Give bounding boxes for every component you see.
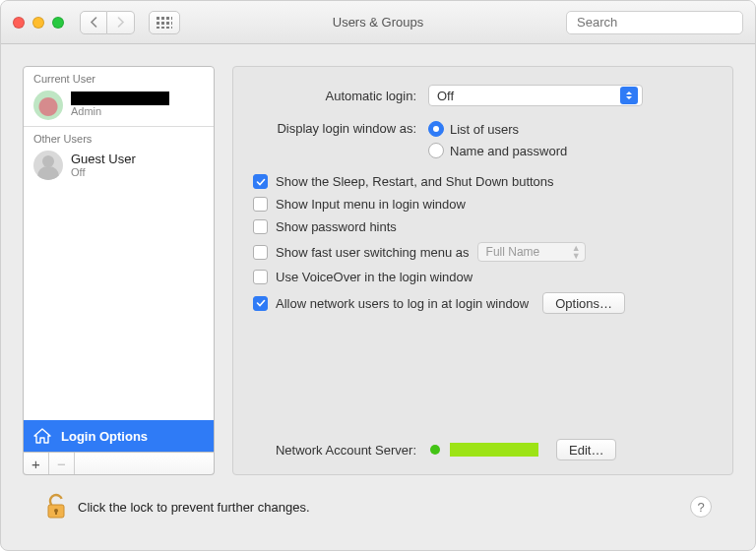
- checkbox-icon: [253, 245, 268, 260]
- login-options-label: Login Options: [61, 429, 148, 444]
- display-login-label: Display login window as:: [253, 120, 420, 136]
- forward-button[interactable]: [107, 11, 135, 34]
- chevron-updown-icon: [620, 87, 638, 104]
- check-voiceover[interactable]: Use VoiceOver in the login window: [253, 270, 713, 284]
- radio-list-of-users[interactable]: List of users: [428, 121, 567, 137]
- window-controls: [13, 17, 64, 29]
- add-user-button[interactable]: +: [24, 453, 49, 474]
- radio-icon: [428, 121, 444, 137]
- add-remove-bar: + −: [23, 453, 215, 475]
- lock-icon[interactable]: [44, 493, 68, 520]
- svg-rect-1: [161, 17, 164, 20]
- edit-button[interactable]: Edit…: [556, 439, 616, 460]
- users-sidebar: Current User Admin Other Users Guest U: [23, 66, 215, 475]
- svg-rect-11: [171, 27, 172, 29]
- current-user-row[interactable]: Admin: [24, 87, 214, 126]
- checkbox-icon: [253, 219, 268, 234]
- house-icon: [33, 428, 51, 444]
- options-button[interactable]: Options…: [542, 292, 625, 314]
- automatic-login-value: Off: [437, 89, 454, 103]
- check-fast-user-switching[interactable]: Show fast user switching menu as Full Na…: [253, 242, 713, 262]
- check-voiceover-label: Use VoiceOver in the login window: [276, 270, 472, 284]
- other-users-section-label: Other Users: [24, 127, 214, 147]
- check-password-hints[interactable]: Show password hints: [253, 219, 713, 234]
- minimize-window-button[interactable]: [32, 17, 44, 29]
- checkbox-icon: [253, 174, 268, 189]
- show-all-button[interactable]: [149, 11, 180, 34]
- checkbox-icon: [253, 270, 268, 284]
- checkbox-icon: [253, 296, 268, 311]
- check-network-users-label: Allow network users to log in at login w…: [276, 296, 529, 311]
- guest-user-name: Guest User: [71, 152, 136, 167]
- fast-switch-value: Full Name: [486, 245, 540, 259]
- automatic-login-select[interactable]: Off: [428, 85, 643, 106]
- check-pw-hints-label: Show password hints: [276, 219, 397, 234]
- fast-switch-select: Full Name ▲▼: [477, 242, 586, 262]
- svg-rect-8: [157, 27, 159, 29]
- status-dot-icon: [430, 445, 440, 455]
- lock-message: Click the lock to prevent further change…: [78, 500, 310, 515]
- search-input[interactable]: [577, 15, 742, 30]
- svg-rect-2: [166, 17, 169, 20]
- check-fast-switch-label: Show fast user switching menu as: [276, 245, 470, 260]
- check-input-menu-label: Show Input menu in login window: [276, 197, 466, 212]
- current-user-name: [71, 92, 169, 105]
- svg-rect-10: [166, 27, 169, 29]
- automatic-login-label: Automatic login:: [253, 89, 420, 103]
- search-field[interactable]: [566, 11, 743, 34]
- svg-rect-5: [161, 22, 164, 25]
- current-user-section-label: Current User: [24, 67, 214, 87]
- nas-server-name-redacted: [450, 443, 538, 457]
- guest-user-status: Off: [71, 166, 136, 179]
- current-user-role: Admin: [71, 105, 169, 118]
- svg-rect-3: [171, 17, 172, 20]
- back-button[interactable]: [80, 11, 107, 34]
- radio-icon: [428, 143, 444, 158]
- radio-list-label: List of users: [450, 122, 519, 137]
- remove-user-button: −: [49, 453, 75, 474]
- check-sleep-label: Show the Sleep, Restart, and Shut Down b…: [276, 174, 554, 189]
- nas-label: Network Account Server:: [253, 443, 420, 458]
- login-options-item[interactable]: Login Options: [24, 420, 214, 452]
- radio-name-password[interactable]: Name and password: [428, 143, 567, 158]
- titlebar: Users & Groups: [1, 1, 755, 44]
- svg-rect-6: [166, 22, 169, 25]
- avatar-guest-user: [33, 151, 63, 180]
- close-window-button[interactable]: [13, 17, 25, 29]
- svg-rect-9: [161, 27, 164, 29]
- radio-namepw-label: Name and password: [450, 144, 567, 158]
- svg-rect-16: [55, 511, 57, 515]
- chevron-updown-icon: ▲▼: [572, 244, 581, 260]
- svg-rect-0: [157, 17, 159, 20]
- nav-buttons: [80, 11, 135, 34]
- check-network-users[interactable]: Allow network users to log in at login w…: [253, 292, 713, 314]
- login-options-panel: Automatic login: Off Display login windo…: [232, 66, 733, 475]
- guest-user-row[interactable]: Guest User Off: [24, 147, 214, 186]
- avatar-current-user: [33, 91, 63, 120]
- svg-rect-7: [171, 22, 172, 25]
- checkbox-icon: [253, 197, 268, 212]
- zoom-window-button[interactable]: [52, 17, 64, 29]
- check-sleep-restart-shutdown[interactable]: Show the Sleep, Restart, and Shut Down b…: [253, 174, 713, 189]
- users-groups-window: Users & Groups Current User Admin: [0, 0, 756, 551]
- help-button[interactable]: ?: [690, 496, 712, 518]
- check-input-menu[interactable]: Show Input menu in login window: [253, 197, 713, 212]
- footer: Click the lock to prevent further change…: [23, 475, 733, 540]
- svg-rect-4: [157, 22, 159, 25]
